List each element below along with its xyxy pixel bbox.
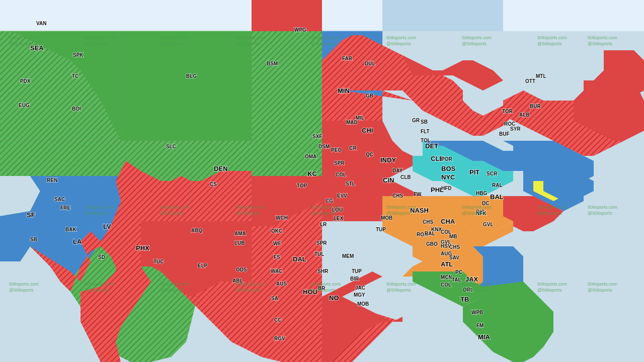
label-sac: SAC [54, 197, 65, 202]
label-tb: TB [460, 296, 469, 303]
watermark-5: 506sports.com [160, 35, 190, 40]
wm-mid-3: 506sports.com [160, 205, 190, 210]
label-gb: GB [366, 93, 373, 99]
label-ott: OTT [525, 78, 535, 84]
label-pit: PIT [469, 168, 479, 176]
label-jac: JAC [355, 285, 365, 291]
label-wf: WF [273, 241, 281, 246]
label-aus: AUS [276, 281, 287, 287]
label-syr: SYR [510, 126, 521, 132]
wm-bot-15: 506sports.com [537, 282, 567, 287]
label-ral2: RAL [425, 231, 435, 236]
label-wpg: WPG [294, 27, 306, 33]
label-boi: BOI [72, 106, 81, 112]
wm-mid-10: @506sports [386, 211, 411, 216]
label-dul: DUL [365, 61, 375, 66]
label-mia: MIA [478, 333, 490, 341]
label-elp: ELP [198, 263, 208, 268]
wm-mid-8: @506sports [311, 211, 336, 216]
label-far: FAR [342, 56, 353, 61]
label-chs2: CHS [423, 219, 433, 225]
label-la: LA [73, 238, 82, 245]
label-okc: OKC [271, 228, 282, 234]
watermark-7: 506sports.com [235, 35, 265, 40]
label-fwk: FW [414, 192, 422, 197]
label-scr: SCR [487, 171, 498, 176]
label-tuc: TUC [153, 259, 164, 264]
label-lub: LUB [234, 240, 245, 246]
label-hsv: HSV [441, 243, 451, 249]
wm-mid-9: 506sports.com [386, 205, 416, 210]
label-spk: SPK [73, 52, 84, 58]
label-flt: FLT [421, 129, 430, 134]
label-evv: EVV [337, 193, 347, 199]
wm-bot-12: @506sports [386, 288, 411, 293]
label-sa: SA [271, 296, 278, 301]
label-eug: EUG [19, 103, 30, 108]
label-nyc: NYC [441, 173, 455, 181]
label-por: POR [441, 156, 452, 162]
label-col3: COL [441, 282, 451, 288]
label-buf: BUF [499, 131, 510, 137]
label-cr: CR [349, 145, 357, 151]
label-cc: CC [274, 317, 281, 323]
label-lv: LV [103, 223, 111, 230]
label-no: NO [329, 294, 339, 302]
wm-mid-7: 506sports.com [311, 205, 341, 210]
label-phx: PHX [136, 244, 149, 252]
label-mob: MOB [357, 301, 369, 307]
label-abq: ABQ [191, 228, 202, 233]
watermark-15: 506sports.com [537, 35, 567, 40]
label-spr2: SPR [334, 160, 345, 166]
label-hbg: HBG [476, 191, 487, 196]
label-sav: SAV [449, 255, 459, 260]
label-tor: TOR [502, 109, 513, 114]
label-gbo: GBO [426, 241, 438, 247]
label-peo: PEO [331, 147, 342, 153]
label-bak: BAK [65, 227, 76, 232]
label-cha: CHA [441, 218, 455, 225]
label-dal: DAL [293, 255, 306, 263]
label-bir: BIR [350, 276, 359, 282]
label-stl: STL [346, 181, 355, 187]
wm-bot-17: 506sports.com [588, 282, 617, 287]
wm-mid-6: @506sports [235, 211, 260, 216]
wm-mid-12: @506sports [462, 211, 487, 216]
label-chs: CHS [392, 193, 403, 199]
wm-bot-16: @506sports [537, 288, 562, 293]
label-mil: MIL [356, 115, 364, 121]
label-clb: CLB [400, 174, 411, 180]
label-dsm: DSM [318, 144, 330, 149]
wm-bot-1: 506sports.com [9, 282, 39, 287]
label-slc: SLC [166, 144, 176, 149]
label-tul: TUL [314, 251, 324, 257]
label-blg: BLG [186, 73, 197, 79]
label-tup: TUP [352, 268, 362, 274]
watermark-18: @506sports [588, 41, 612, 46]
label-wpb: WPB [471, 310, 483, 315]
wm-mid-13: 506sports.com [537, 205, 567, 210]
label-lex: LEX [334, 216, 344, 221]
wm-bot-3: 506sports.com [85, 282, 114, 287]
watermark-8: @506sports [235, 41, 260, 46]
label-fm: FM [476, 323, 484, 328]
label-oma: OMA [305, 154, 316, 159]
wm-mid-5: 506sports.com [235, 205, 265, 210]
watermark-14: @506sports [462, 41, 487, 46]
label-indy: INDY [380, 156, 396, 164]
label-det: DET [425, 142, 438, 150]
label-qc: QC [366, 152, 373, 157]
label-sxf: SXF [312, 134, 322, 139]
wm-bot-14: @506sports [462, 288, 487, 293]
label-sb2: SB [421, 119, 428, 125]
label-mcn: MCN [441, 275, 452, 280]
watermark-10: @506sports [311, 41, 336, 46]
label-ral: RAL [492, 183, 503, 188]
wm-bot-5: 506sports.com [160, 282, 190, 287]
wm-mid-1: 506sports.com [85, 205, 114, 210]
label-day: DAY [392, 168, 403, 173]
label-gr: GR [412, 118, 420, 123]
label-cin: CIN [383, 176, 394, 184]
label-fre: FRE [60, 205, 70, 211]
label-col: COL [336, 172, 346, 177]
